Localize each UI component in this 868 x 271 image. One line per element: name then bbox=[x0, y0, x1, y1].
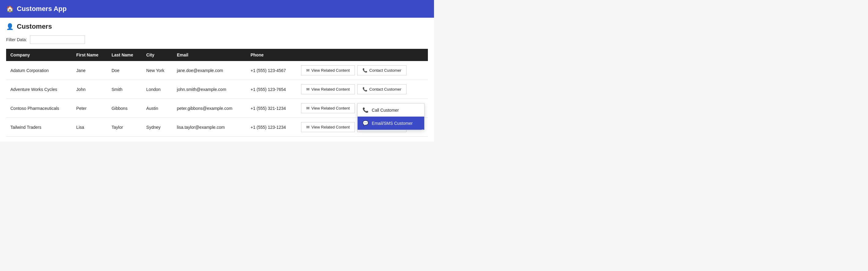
customers-table: Company First Name Last Name City Email … bbox=[6, 49, 428, 137]
call-customer-item[interactable]: 📞 Call Customer bbox=[358, 103, 424, 116]
cell-company: Adventure Works Cycles bbox=[6, 80, 72, 99]
contact-dropdown-wrapper: 📞 Contact Customer 📞 Call Customer bbox=[357, 103, 406, 113]
mail-icon: ✉ bbox=[306, 125, 310, 129]
cell-phone: +1 (555) 321-1234 bbox=[246, 99, 297, 118]
view-related-button[interactable]: ✉ View Related Content bbox=[301, 122, 355, 132]
cell-city: Sydney bbox=[142, 118, 173, 137]
mail-icon: ✉ bbox=[306, 106, 310, 110]
cell-firstname: Peter bbox=[72, 99, 107, 118]
cell-actions: ✉ View Related Content 📞 Contact Custome… bbox=[297, 61, 428, 80]
table-row: Adventure Works Cycles John Smith London… bbox=[6, 80, 428, 99]
col-email: Email bbox=[173, 49, 246, 61]
page-title: Customers bbox=[17, 23, 52, 31]
table-body: Adatum Corporation Jane Doe New York jan… bbox=[6, 61, 428, 137]
cell-city: Austin bbox=[142, 99, 173, 118]
cell-phone: +1 (555) 123-7654 bbox=[246, 80, 297, 99]
col-phone: Phone bbox=[246, 49, 297, 61]
cell-lastname: Taylor bbox=[107, 118, 142, 137]
phone-icon: 📞 bbox=[363, 68, 367, 73]
contact-dropdown-menu: 📞 Call Customer 💬 Email/SMS Customer ☞ bbox=[357, 103, 425, 130]
col-actions bbox=[297, 49, 428, 61]
filter-row: Filter Data: bbox=[6, 35, 428, 44]
cell-email: jane.doe@example.com bbox=[173, 61, 246, 80]
col-firstname: First Name bbox=[72, 49, 107, 61]
chat-icon: 💬 bbox=[363, 120, 369, 126]
cell-lastname: Gibbons bbox=[107, 99, 142, 118]
col-city: City bbox=[142, 49, 173, 61]
cell-phone: +1 (555) 123-4567 bbox=[246, 61, 297, 80]
cell-firstname: Lisa bbox=[72, 118, 107, 137]
email-sms-customer-item[interactable]: 💬 Email/SMS Customer ☞ bbox=[358, 116, 424, 130]
table-header: Company First Name Last Name City Email … bbox=[6, 49, 428, 61]
mail-icon: ✉ bbox=[306, 87, 310, 92]
page-content: 👤 Customers Filter Data: Company First N… bbox=[0, 18, 434, 142]
app-header: 🏠 Customers App bbox=[0, 0, 434, 18]
view-related-button[interactable]: ✉ View Related Content bbox=[301, 84, 355, 94]
cell-city: New York bbox=[142, 61, 173, 80]
cell-email: john.smith@example.com bbox=[173, 80, 246, 99]
cell-email: lisa.taylor@example.com bbox=[173, 118, 246, 137]
phone-icon: 📞 bbox=[363, 87, 367, 92]
cell-company: Tailwind Traders bbox=[6, 118, 72, 137]
customers-icon: 👤 bbox=[6, 23, 14, 30]
col-lastname: Last Name bbox=[107, 49, 142, 61]
cell-city: London bbox=[142, 80, 173, 99]
col-company: Company bbox=[6, 49, 72, 61]
cell-firstname: John bbox=[72, 80, 107, 99]
phone-call-icon: 📞 bbox=[363, 107, 369, 113]
page-heading: 👤 Customers bbox=[6, 23, 428, 31]
home-icon: 🏠 bbox=[6, 5, 14, 12]
cell-lastname: Smith bbox=[107, 80, 142, 99]
cell-firstname: Jane bbox=[72, 61, 107, 80]
cell-company: Contoso Pharmaceuticals bbox=[6, 99, 72, 118]
mail-icon: ✉ bbox=[306, 68, 310, 73]
filter-label: Filter Data: bbox=[6, 37, 27, 42]
contact-customer-button[interactable]: 📞 Contact Customer bbox=[357, 65, 406, 75]
filter-input[interactable] bbox=[30, 35, 85, 44]
cell-email: peter.gibbons@example.com bbox=[173, 99, 246, 118]
table-row: Adatum Corporation Jane Doe New York jan… bbox=[6, 61, 428, 80]
table-row: Contoso Pharmaceuticals Peter Gibbons Au… bbox=[6, 99, 428, 118]
cell-phone: +1 (555) 123-1234 bbox=[246, 118, 297, 137]
cell-actions: ✉ View Related Content 📞 Contact Custome… bbox=[297, 80, 428, 99]
cell-company: Adatum Corporation bbox=[6, 61, 72, 80]
cell-lastname: Doe bbox=[107, 61, 142, 80]
view-related-button[interactable]: ✉ View Related Content bbox=[301, 65, 355, 75]
view-related-button[interactable]: ✉ View Related Content bbox=[301, 103, 355, 113]
app-title: Customers App bbox=[17, 5, 67, 13]
cell-actions: ✉ View Related Content 📞 Contact Custome… bbox=[297, 99, 428, 118]
contact-customer-button[interactable]: 📞 Contact Customer bbox=[357, 84, 406, 94]
